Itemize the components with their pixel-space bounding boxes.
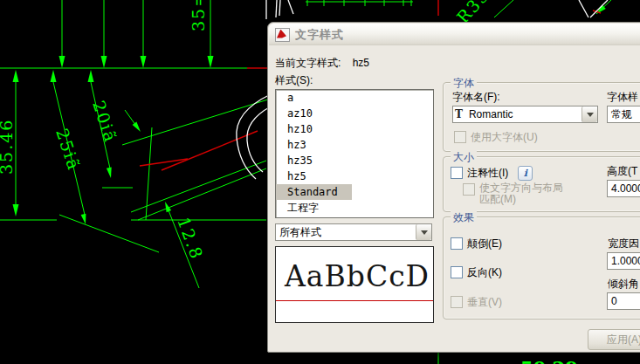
dim-text-20: 20iã bbox=[89, 98, 120, 145]
annotative-row: 注释性(I) i bbox=[451, 166, 533, 181]
width-factor-value: 1.0000 bbox=[611, 255, 640, 267]
styles-label: 样式(S): bbox=[275, 73, 313, 88]
style-list[interactable]: a az10 hz10 hz3 hz35 hz5 Standard 工程字 bbox=[275, 89, 434, 218]
height-label: 高度(T bbox=[607, 164, 637, 179]
combo-dropdown-button[interactable] bbox=[416, 224, 431, 240]
text-style-dialog: 文字样式 当前文字样式: hz5 样式(S): a az10 hz10 hz3 … bbox=[267, 22, 640, 353]
oblique-angle-label: 倾斜角 bbox=[608, 277, 639, 292]
font-style-value: 常规 bbox=[611, 107, 632, 122]
use-big-font-row: 使用大字体(U) bbox=[454, 130, 538, 145]
chevron-down-icon bbox=[421, 230, 428, 235]
preview-baseline bbox=[276, 300, 433, 301]
list-item[interactable]: hz10 bbox=[276, 121, 433, 137]
use-big-font-label: 使用大字体(U) bbox=[471, 130, 538, 145]
vertical-row: 垂直(V) bbox=[451, 295, 502, 310]
style-filter-value: 所有样式 bbox=[276, 225, 416, 240]
style-filter-combobox[interactable]: 所有样式 bbox=[275, 223, 432, 241]
font-group: 字体 字体名(F): 字体样 T Romantic 常规 使用大字体(U) bbox=[443, 82, 640, 152]
match-layout-checkbox bbox=[463, 183, 475, 196]
dim-text-12-8: 12.8 bbox=[174, 215, 207, 263]
backwards-row: 反向(K) bbox=[451, 265, 502, 280]
preview-box: AaBbCcD bbox=[275, 246, 434, 323]
chevron-down-icon bbox=[587, 113, 594, 117]
font-name-label: 字体名(F): bbox=[452, 90, 500, 105]
current-style-label: 当前文字样式: bbox=[275, 57, 341, 69]
font-style-label: 字体样 bbox=[607, 90, 638, 105]
list-item[interactable]: 工程字 bbox=[276, 200, 433, 216]
truetype-icon: T bbox=[455, 108, 463, 120]
info-icon[interactable]: i bbox=[518, 166, 533, 181]
upside-down-row: 颠倒(E) bbox=[451, 237, 502, 251]
annotative-label: 注释性(I) bbox=[467, 166, 508, 181]
upside-down-checkbox[interactable] bbox=[451, 237, 463, 250]
dim-text-35-46: 35.46 bbox=[0, 119, 16, 175]
current-style-row: 当前文字样式: hz5 bbox=[275, 56, 369, 71]
autocad-app-icon bbox=[275, 28, 290, 42]
list-item[interactable]: az10 bbox=[276, 106, 433, 121]
preview-sample-text: AaBbCcD bbox=[285, 259, 424, 293]
list-item[interactable]: hz3 bbox=[276, 137, 433, 153]
height-value: 4.0000 bbox=[611, 182, 640, 195]
width-factor-field[interactable]: 1.0000 bbox=[607, 252, 640, 270]
use-big-font-checkbox bbox=[454, 131, 466, 143]
dialog-titlebar[interactable]: 文字样式 bbox=[269, 24, 640, 45]
match-layout-row: 使文字方向与布局 匹配(M) bbox=[463, 182, 563, 205]
width-factor-label: 宽度因 bbox=[608, 237, 639, 251]
backwards-label: 反向(K) bbox=[467, 265, 502, 280]
vertical-label: 垂直(V) bbox=[467, 295, 502, 310]
match-layout-label-line1: 使文字方向与布局 bbox=[479, 182, 563, 194]
current-style-value: hz5 bbox=[353, 57, 369, 69]
font-name-combobox[interactable]: T Romantic bbox=[452, 106, 598, 123]
combo-dropdown-button[interactable] bbox=[582, 106, 597, 122]
annotative-checkbox[interactable] bbox=[451, 167, 463, 179]
dim-text-25: 25iã bbox=[52, 126, 84, 173]
list-item-selected[interactable]: Standard bbox=[276, 184, 352, 200]
font-group-label: 字体 bbox=[451, 76, 477, 91]
list-item[interactable]: a bbox=[276, 90, 433, 106]
oblique-angle-field[interactable]: 0 bbox=[607, 292, 640, 310]
size-group-label: 大小 bbox=[451, 150, 477, 165]
font-style-field[interactable]: 常规 bbox=[607, 106, 640, 123]
dim-text-35-top: 35= bbox=[189, 0, 208, 31]
dialog-title: 文字样式 bbox=[295, 27, 344, 43]
upside-down-label: 颠倒(E) bbox=[467, 237, 502, 251]
oblique-angle-value: 0 bbox=[611, 295, 617, 307]
list-item[interactable]: hz5 bbox=[276, 168, 433, 184]
size-group: 大小 注释性(I) i 使文字方向与布局 匹配(M) 高度(T 4.0000 bbox=[443, 156, 640, 212]
vertical-checkbox bbox=[451, 296, 463, 308]
list-item[interactable]: hz35 bbox=[276, 153, 433, 168]
font-name-value: Romantic bbox=[465, 108, 582, 120]
backwards-checkbox[interactable] bbox=[451, 266, 463, 278]
match-layout-label-line2: 匹配(M) bbox=[479, 193, 516, 205]
apply-button[interactable]: 应用(A) bbox=[588, 329, 640, 350]
effects-group-label: 效果 bbox=[451, 210, 477, 225]
height-field[interactable]: 4.0000 bbox=[607, 180, 640, 197]
dim-text-bottom: 50.29 bbox=[520, 357, 578, 364]
effects-group: 效果 颠倒(E) 反向(K) 垂直(V) 宽度因 1.0000 倾斜角 0 bbox=[443, 216, 640, 319]
